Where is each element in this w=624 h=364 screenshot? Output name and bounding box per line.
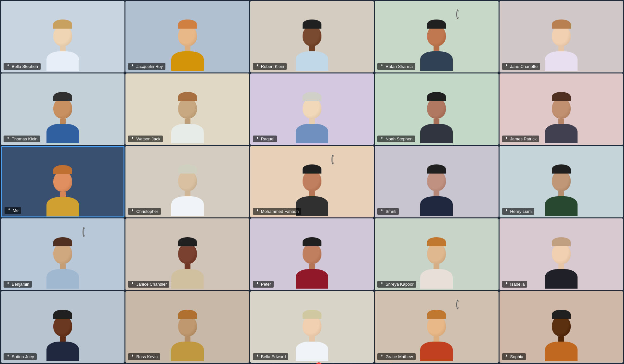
participant-name-text: Me — [13, 208, 19, 213]
participant-name-text: Noah Stephen — [385, 136, 412, 141]
participant-tile-james-patrick[interactable]: James Patrick — [500, 73, 623, 145]
participant-tile-janice-chandler[interactable]: Janice Chandler — [125, 218, 249, 290]
participant-name-text: Grace Mathew — [385, 354, 413, 359]
participant-tile-watson-jack[interactable]: Watson Jack — [125, 73, 249, 145]
participant-tile-benjamin[interactable]: Benjamin — [1, 218, 124, 290]
mic-status-icon — [255, 64, 259, 69]
mic-status-icon — [131, 209, 135, 214]
participant-name-raquel: Raquel — [253, 136, 277, 142]
mic-status-icon — [255, 282, 259, 287]
mic-status-icon — [131, 282, 135, 287]
mic-status-icon — [131, 136, 135, 141]
participant-tile-ratan-sharma[interactable]: Ratan Sharma — [375, 1, 498, 72]
participant-name-text: Ratan Sharma — [385, 64, 413, 69]
participant-tile-noah-stephen[interactable]: Noah Stephen — [375, 73, 498, 145]
video-grid: Bella StephenJacquelin RoyRobert KleinRa… — [0, 0, 624, 364]
mic-status-icon — [255, 136, 259, 141]
participant-name-jane-charlotte: Jane Charlotte — [502, 63, 540, 70]
mic-status-icon — [6, 64, 10, 69]
mic-status-icon — [380, 354, 384, 359]
mic-status-icon — [505, 282, 509, 287]
participant-name-text: Isabella — [510, 282, 525, 287]
participant-name-text: Shreya Kapoor — [385, 282, 414, 287]
mic-status-icon — [505, 64, 509, 69]
participant-name-robert-klein: Robert Klein — [253, 63, 287, 70]
participant-name-me: Me — [5, 207, 21, 214]
participant-name-text: Sophia — [510, 354, 523, 359]
participant-name-text: Henry Liam — [510, 209, 532, 214]
participant-tile-peter[interactable]: Peter — [250, 218, 374, 290]
mic-status-icon — [380, 136, 384, 141]
mic-status-icon — [505, 354, 509, 359]
participant-name-text: Christopher — [136, 209, 158, 214]
mic-status-icon — [380, 64, 384, 69]
participant-tile-bella-stephen[interactable]: Bella Stephen — [1, 1, 124, 72]
participant-name-text: Mohammed Fahadh — [261, 209, 299, 214]
participant-tile-bella-edward[interactable]: Bella Edward — [250, 291, 374, 363]
participant-name-text: Bella Stephen — [12, 64, 38, 69]
participant-name-bella-stephen: Bella Stephen — [4, 63, 41, 70]
participant-tile-me[interactable]: Me — [1, 146, 124, 217]
participant-tile-smriti[interactable]: Smriti — [375, 146, 498, 217]
participant-name-text: Smriti — [385, 209, 396, 214]
participant-name-ross-kevin: Ross Kevin — [128, 353, 160, 360]
mic-status-icon — [505, 136, 509, 141]
participant-name-benjamin: Benjamin — [4, 281, 32, 288]
mic-status-icon — [380, 209, 384, 214]
participant-name-text: Raquel — [261, 136, 274, 141]
participant-tile-sutton-joey[interactable]: Sutton Joey — [1, 291, 124, 363]
participant-name-text: Jane Charlotte — [510, 64, 538, 69]
participant-tile-sophia[interactable]: Sophia — [500, 291, 623, 363]
participant-tile-robert-klein[interactable]: Robert Klein — [250, 1, 374, 72]
participant-tile-jane-charlotte[interactable]: Jane Charlotte — [500, 1, 623, 72]
participant-name-text: Watson Jack — [136, 136, 160, 141]
participant-name-text: James Patrick — [510, 136, 537, 141]
participant-name-henry-liam: Henry Liam — [502, 208, 534, 215]
participant-name-peter: Peter — [253, 281, 274, 288]
participant-name-text: Bella Edward — [261, 354, 286, 359]
participant-tile-mohammed-fahadh[interactable]: Mohammed Fahadh — [250, 146, 374, 217]
participant-tile-raquel[interactable]: Raquel — [250, 73, 374, 145]
participant-name-isabella: Isabella — [502, 281, 527, 288]
participant-name-text: Ross Kevin — [136, 354, 158, 359]
participant-name-text: Benjamin — [12, 282, 29, 287]
participant-name-jacquelin-roy: Jacquelin Roy — [128, 63, 165, 70]
participant-tile-ross-kevin[interactable]: Ross Kevin — [125, 291, 249, 363]
participant-name-watson-jack: Watson Jack — [128, 136, 163, 142]
mic-status-icon — [6, 354, 10, 359]
participant-name-smriti: Smriti — [377, 208, 399, 215]
mic-status-icon — [255, 209, 259, 214]
participant-tile-shreya-kapoor[interactable]: Shreya Kapoor — [375, 218, 498, 290]
participant-name-bella-edward: Bella Edward — [253, 353, 289, 360]
mic-status-icon — [505, 209, 509, 214]
participant-name-grace-mathew: Grace Mathew — [377, 353, 416, 360]
mic-status-icon — [7, 208, 11, 213]
mic-status-icon — [255, 354, 259, 359]
participant-name-thomas-klein: Thomas Klein — [4, 136, 40, 142]
participant-tile-christopher[interactable]: Christopher — [125, 146, 249, 217]
participant-name-text: Peter — [261, 282, 271, 287]
participant-name-shreya-kapoor: Shreya Kapoor — [377, 281, 416, 288]
participant-name-sutton-joey: Sutton Joey — [4, 353, 37, 360]
participant-tile-thomas-klein[interactable]: Thomas Klein — [1, 73, 124, 145]
mic-status-icon — [131, 354, 135, 359]
participant-name-text: Robert Klein — [261, 64, 284, 69]
participant-name-text: Jacquelin Roy — [136, 64, 163, 69]
participant-name-christopher: Christopher — [128, 208, 161, 215]
participant-tile-henry-liam[interactable]: Henry Liam — [500, 146, 623, 217]
participant-name-text: Thomas Klein — [12, 136, 37, 141]
participant-name-janice-chandler: Janice Chandler — [128, 281, 169, 288]
participant-name-noah-stephen: Noah Stephen — [377, 136, 415, 142]
mic-status-icon — [131, 64, 135, 69]
participant-tile-grace-mathew[interactable]: Grace Mathew — [375, 291, 498, 363]
participant-tile-isabella[interactable]: Isabella — [500, 218, 623, 290]
participant-name-text: Sutton Joey — [12, 354, 34, 359]
participant-name-ratan-sharma: Ratan Sharma — [377, 63, 415, 70]
participant-name-sophia: Sophia — [502, 353, 526, 360]
mic-status-icon — [6, 282, 10, 287]
participant-name-mohammed-fahadh: Mohammed Fahadh — [253, 208, 301, 215]
participant-name-text: Janice Chandler — [136, 282, 167, 287]
mic-status-icon — [6, 136, 10, 141]
mic-status-icon — [380, 282, 384, 287]
participant-tile-jacquelin-roy[interactable]: Jacquelin Roy — [125, 1, 249, 72]
